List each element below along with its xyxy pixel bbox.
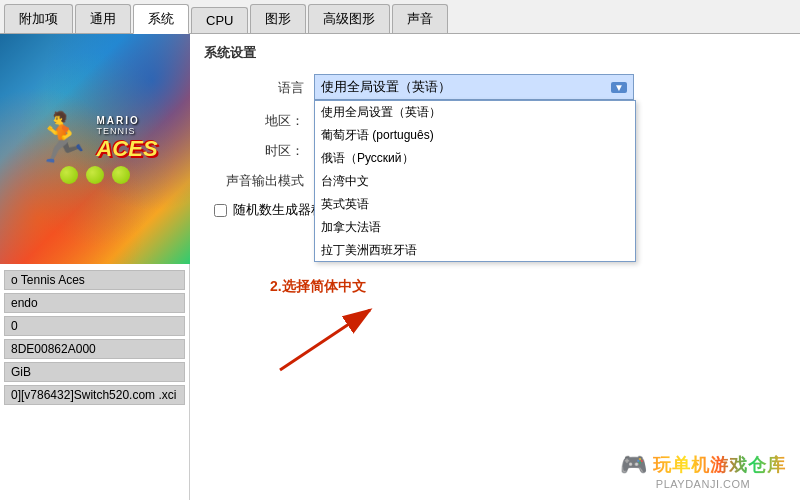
left-panel: 🏃 MARIO TENNIS ACES o Tennis Aces endo 0 bbox=[0, 34, 190, 500]
game-id1-info: 0 bbox=[4, 316, 185, 336]
tab-advanced-graphics[interactable]: 高级图形 bbox=[308, 4, 390, 33]
dropdown-header[interactable]: 使用全局设置（英语） ▼ bbox=[315, 75, 633, 100]
annotation-container: 2.选择简体中文 bbox=[270, 278, 390, 380]
dropdown-item-2[interactable]: 俄语（Русский） bbox=[315, 147, 635, 170]
annotation-text: 2.选择简体中文 bbox=[270, 278, 366, 296]
game-title-info: o Tennis Aces bbox=[4, 270, 185, 290]
watermark: 🎮 玩单机游戏仓库 PLAYDANJI.COM bbox=[620, 452, 786, 490]
tab-cpu[interactable]: CPU bbox=[191, 7, 248, 33]
language-label: 语言 bbox=[204, 79, 304, 97]
dropdown-item-3[interactable]: 台湾中文 bbox=[315, 170, 635, 193]
dropdown-arrow-icon: ▼ bbox=[611, 82, 627, 93]
dropdown-item-1[interactable]: 葡萄牙语 (português) bbox=[315, 124, 635, 147]
game-cover-image: 🏃 MARIO TENNIS ACES bbox=[0, 34, 190, 264]
tab-graphics[interactable]: 图形 bbox=[250, 4, 306, 33]
game-file-info: 0][v786432]Switch520.com .xci bbox=[4, 385, 185, 405]
right-panel: 系统设置 语言 使用全局设置（英语） ▼ 使用全局设置（英语） 葡萄牙语 bbox=[190, 34, 800, 500]
watermark-line1: 玩单机游戏仓库 bbox=[653, 453, 786, 477]
language-control: 使用全局设置（英语） ▼ 使用全局设置（英语） 葡萄牙语 (português)… bbox=[314, 74, 634, 101]
game-size-info: GiB bbox=[4, 362, 185, 382]
tab-bar: 附加项 通用 系统 CPU 图形 高级图形 声音 bbox=[0, 0, 800, 34]
game-id2-info: 8DE00862A000 bbox=[4, 339, 185, 359]
timezone-label: 时区： bbox=[204, 142, 304, 160]
random-seed-checkbox[interactable] bbox=[214, 204, 227, 217]
dropdown-item-5[interactable]: 加拿大法语 bbox=[315, 216, 635, 239]
language-dropdown[interactable]: 使用全局设置（英语） ▼ 使用全局设置（英语） 葡萄牙语 (português)… bbox=[314, 74, 634, 101]
region-label: 地区： bbox=[204, 112, 304, 130]
tab-sound[interactable]: 声音 bbox=[392, 4, 448, 33]
svg-line-1 bbox=[280, 310, 370, 370]
dropdown-item-4[interactable]: 英式英语 bbox=[315, 193, 635, 216]
annotation-arrow-svg bbox=[270, 300, 390, 380]
tab-addon[interactable]: 附加项 bbox=[4, 4, 73, 33]
main-area: 🏃 MARIO TENNIS ACES o Tennis Aces endo 0 bbox=[0, 34, 800, 500]
language-row: 语言 使用全局设置（英语） ▼ 使用全局设置（英语） 葡萄牙语 (portugu… bbox=[204, 74, 786, 101]
dropdown-list-inner: 使用全局设置（英语） 葡萄牙语 (português) 俄语（Русский） … bbox=[315, 101, 635, 261]
settings-form: 语言 使用全局设置（英语） ▼ 使用全局设置（英语） 葡萄牙语 (portugu… bbox=[204, 74, 786, 219]
game-info-list: o Tennis Aces endo 0 8DE00862A000 GiB 0]… bbox=[0, 264, 189, 411]
tab-general[interactable]: 通用 bbox=[75, 4, 131, 33]
audio-label: 声音输出模式 bbox=[204, 172, 304, 190]
dropdown-item-6[interactable]: 拉丁美洲西班牙语 bbox=[315, 239, 635, 261]
game-publisher-info: endo bbox=[4, 293, 185, 313]
watermark-line2: PLAYDANJI.COM bbox=[656, 478, 750, 490]
dropdown-selected-text: 使用全局设置（英语） bbox=[321, 78, 451, 96]
section-title: 系统设置 bbox=[204, 44, 786, 62]
dropdown-list: 使用全局设置（英语） 葡萄牙语 (português) 俄语（Русский） … bbox=[314, 100, 636, 262]
dropdown-item-0[interactable]: 使用全局设置（英语） bbox=[315, 101, 635, 124]
tab-system[interactable]: 系统 bbox=[133, 4, 189, 34]
